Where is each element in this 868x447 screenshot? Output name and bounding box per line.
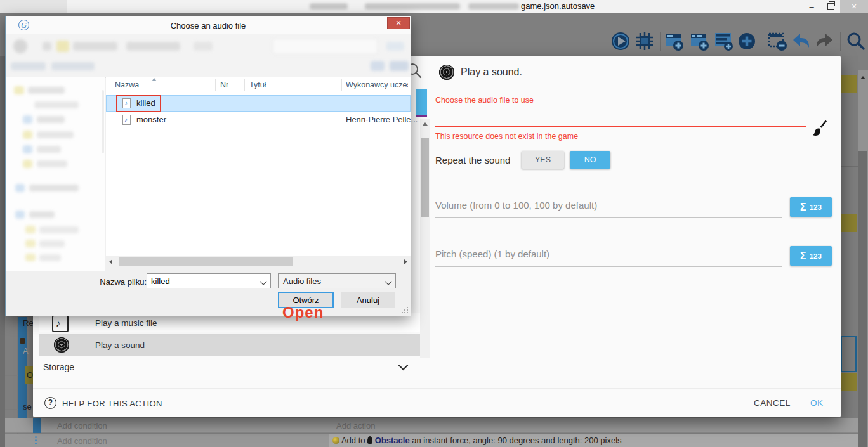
action-item-play-sound[interactable]: Play a sound <box>39 334 420 356</box>
add-comment-button[interactable] <box>713 30 735 52</box>
explorer-toolbar-blurred <box>6 34 411 78</box>
column-header-artists[interactable]: Wykonawcy uczes... <box>346 81 408 89</box>
tree-item-blurred[interactable] <box>39 254 61 261</box>
file-row-monster[interactable]: monster Henri-Pierre Pelle... <box>106 112 411 128</box>
scroll-left-icon[interactable] <box>109 259 112 264</box>
action-row-text[interactable]: Add to Obstacle an instant force, angle:… <box>332 436 622 445</box>
repeat-no-button[interactable]: NO <box>570 151 610 169</box>
tree-item-blurred[interactable] <box>29 185 79 191</box>
volume-input[interactable] <box>435 217 782 218</box>
audio-file-input[interactable] <box>435 126 806 127</box>
pitch-expression-button[interactable]: Σ 123 <box>790 246 832 266</box>
pitch-input[interactable] <box>435 266 782 267</box>
event-sheet-scrollbar-thumb[interactable] <box>858 151 867 447</box>
help-link[interactable]: HELP FOR THIS ACTION <box>62 399 162 408</box>
group-storage[interactable]: Storage <box>33 358 430 378</box>
event-sheet-left-margin <box>0 56 5 447</box>
breadcrumb-blurred[interactable] <box>126 42 180 51</box>
volume-expression-button[interactable]: Σ 123 <box>790 197 832 217</box>
scroll-up-icon[interactable] <box>423 122 428 126</box>
clipped-text-fragment: A <box>23 346 29 356</box>
dialog-titlebar: G Choose an audio file ✕ <box>6 16 411 34</box>
volume-param-label: Volume (from 0 to 100, 100 by default) <box>435 200 597 211</box>
toolbar-separator <box>840 32 841 51</box>
tree-item-blurred[interactable] <box>37 160 67 167</box>
repeat-yes-button[interactable]: YES <box>522 151 564 169</box>
breadcrumb-blurred[interactable] <box>194 42 213 51</box>
scrollbar-thumb[interactable] <box>119 257 293 266</box>
help-icon[interactable]: ? <box>44 397 56 409</box>
tree-item-blurred[interactable] <box>39 240 65 247</box>
action-list-scrollbar[interactable] <box>420 119 430 376</box>
object-name: Obstacle <box>375 436 410 445</box>
tree-item-blurred[interactable] <box>39 226 79 233</box>
play-button[interactable] <box>610 30 631 52</box>
close-window-button[interactable]: ✕ <box>840 0 868 13</box>
tree-item-blurred[interactable] <box>37 131 74 138</box>
column-divider[interactable] <box>341 79 342 91</box>
add-action-placeholder[interactable]: Add action <box>336 421 375 431</box>
back-button-blurred[interactable] <box>13 39 27 53</box>
redo-button[interactable] <box>813 30 835 52</box>
music-file-icon <box>52 315 69 332</box>
tree-item-blurred[interactable] <box>28 87 65 94</box>
tree-item-blurred[interactable] <box>29 211 55 218</box>
column-divider[interactable] <box>215 79 216 91</box>
group-label: Storage <box>43 362 74 372</box>
undo-button[interactable] <box>791 30 812 52</box>
add-sub-event-button[interactable] <box>689 30 711 52</box>
column-header-title[interactable]: Tytuł <box>249 81 266 89</box>
resize-grip[interactable] <box>402 307 408 313</box>
drive-icon-blurred <box>23 145 32 153</box>
close-dialog-button[interactable]: ✕ <box>387 17 410 29</box>
scrollbar-thumb[interactable] <box>421 138 429 217</box>
up-button-blurred[interactable] <box>43 42 51 51</box>
column-header-nr[interactable]: Nr <box>220 81 228 89</box>
screen: game.json.autosave – ✕ <box>0 0 868 447</box>
file-name-input[interactable] <box>147 274 270 288</box>
search-box-blurred[interactable] <box>272 38 378 55</box>
blurred-title-text <box>468 3 519 10</box>
debugger-button[interactable] <box>634 30 655 52</box>
folder-icon-blurred <box>25 240 36 247</box>
add-event-button[interactable] <box>664 30 685 52</box>
brush-edit-icon[interactable] <box>812 119 827 139</box>
row-divider <box>5 346 18 346</box>
horizontal-scrollbar[interactable] <box>106 256 411 267</box>
chevron-down-icon[interactable] <box>385 278 391 285</box>
drag-handle-icon[interactable] <box>35 436 37 445</box>
delete-event-button[interactable] <box>766 30 788 52</box>
cancel-button[interactable]: Anuluj <box>341 292 395 308</box>
minimize-button[interactable]: – <box>803 0 820 13</box>
column-header-name[interactable]: Nazwa <box>115 81 139 89</box>
help-button-blurred[interactable] <box>390 61 409 71</box>
refresh-blurred[interactable] <box>386 42 404 51</box>
tree-item-blurred[interactable] <box>37 146 61 153</box>
scroll-up-icon[interactable] <box>860 76 865 79</box>
column-divider[interactable] <box>244 79 245 91</box>
dialog-title: Choose an audio file <box>6 21 411 30</box>
add-condition-placeholder[interactable]: Add condition <box>57 436 107 446</box>
event-row[interactable] <box>5 418 858 433</box>
add-condition-placeholder[interactable]: Add condition <box>57 421 107 431</box>
view-button-blurred[interactable] <box>371 61 385 71</box>
scroll-right-icon[interactable] <box>404 259 407 264</box>
clipped-text-fragment: O <box>27 370 33 380</box>
tree-item-blurred[interactable] <box>37 116 65 123</box>
new-folder-blurred[interactable] <box>51 62 95 70</box>
file-name: monster <box>136 115 166 124</box>
ok-button[interactable]: OK <box>810 398 824 408</box>
add-new-button[interactable] <box>736 30 758 52</box>
cancel-button[interactable]: CANCEL <box>754 398 791 408</box>
search-events-button[interactable] <box>845 30 867 52</box>
breadcrumb-blurred[interactable] <box>73 42 117 51</box>
tree-item-blurred[interactable] <box>34 101 79 108</box>
tree-scrollbar[interactable] <box>102 90 104 153</box>
selected-category-tab[interactable] <box>416 89 427 115</box>
file-type-combo[interactable]: Audio files <box>278 273 396 288</box>
folder-tree-blurred[interactable] <box>6 77 105 271</box>
restore-button[interactable] <box>822 0 839 13</box>
file-name-combo[interactable] <box>147 273 271 288</box>
annotation-highlight-box <box>116 95 161 112</box>
organize-menu-blurred[interactable] <box>11 62 46 70</box>
